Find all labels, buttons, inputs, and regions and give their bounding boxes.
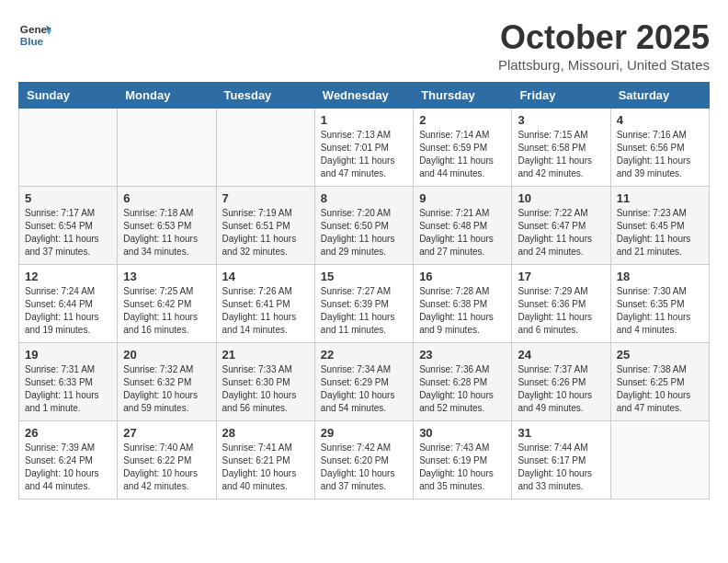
- calendar-cell: 3Sunrise: 7:15 AM Sunset: 6:58 PM Daylig…: [512, 109, 610, 187]
- calendar-header-row: SundayMondayTuesdayWednesdayThursdayFrid…: [19, 83, 710, 109]
- day-number: 1: [321, 113, 407, 127]
- calendar-cell: 22Sunrise: 7:34 AM Sunset: 6:29 PM Dayli…: [314, 343, 413, 421]
- day-number: 28: [222, 426, 309, 440]
- calendar-cell: 12Sunrise: 7:24 AM Sunset: 6:44 PM Dayli…: [19, 265, 118, 343]
- day-info: Sunrise: 7:26 AM Sunset: 6:41 PM Dayligh…: [222, 285, 309, 337]
- calendar-cell: 19Sunrise: 7:31 AM Sunset: 6:33 PM Dayli…: [19, 343, 118, 421]
- calendar-cell: 7Sunrise: 7:19 AM Sunset: 6:51 PM Daylig…: [216, 187, 314, 265]
- day-number: 31: [518, 426, 604, 440]
- calendar-cell: 18Sunrise: 7:30 AM Sunset: 6:35 PM Dayli…: [610, 265, 709, 343]
- calendar-cell: 16Sunrise: 7:28 AM Sunset: 6:38 PM Dayli…: [414, 265, 512, 343]
- day-info: Sunrise: 7:27 AM Sunset: 6:39 PM Dayligh…: [321, 285, 407, 337]
- calendar-cell: 4Sunrise: 7:16 AM Sunset: 6:56 PM Daylig…: [610, 109, 709, 187]
- day-info: Sunrise: 7:25 AM Sunset: 6:42 PM Dayligh…: [123, 285, 210, 337]
- calendar-cell: 21Sunrise: 7:33 AM Sunset: 6:30 PM Dayli…: [216, 343, 314, 421]
- day-number: 20: [123, 348, 210, 362]
- day-number: 19: [25, 348, 111, 362]
- day-info: Sunrise: 7:33 AM Sunset: 6:30 PM Dayligh…: [222, 363, 309, 415]
- day-info: Sunrise: 7:31 AM Sunset: 6:33 PM Dayligh…: [25, 363, 111, 415]
- calendar-week-row: 12Sunrise: 7:24 AM Sunset: 6:44 PM Dayli…: [19, 265, 710, 343]
- day-number: 23: [419, 348, 506, 362]
- day-number: 12: [25, 270, 111, 283]
- logo: General Blue: [18, 18, 51, 52]
- calendar-cell: 8Sunrise: 7:20 AM Sunset: 6:50 PM Daylig…: [314, 187, 413, 265]
- day-info: Sunrise: 7:43 AM Sunset: 6:19 PM Dayligh…: [419, 442, 506, 493]
- day-info: Sunrise: 7:42 AM Sunset: 6:20 PM Dayligh…: [321, 442, 407, 493]
- day-info: Sunrise: 7:15 AM Sunset: 6:58 PM Dayligh…: [518, 129, 604, 180]
- location: Plattsburg, Missouri, United States: [498, 57, 710, 73]
- day-number: 25: [617, 348, 703, 362]
- calendar-cell: [216, 109, 314, 187]
- day-number: 17: [518, 270, 604, 283]
- day-number: 30: [419, 426, 506, 440]
- calendar-cell: [610, 421, 709, 500]
- day-number: 11: [617, 191, 703, 205]
- calendar-cell: 2Sunrise: 7:14 AM Sunset: 6:59 PM Daylig…: [414, 109, 512, 187]
- calendar-cell: 28Sunrise: 7:41 AM Sunset: 6:21 PM Dayli…: [216, 421, 314, 500]
- day-info: Sunrise: 7:22 AM Sunset: 6:47 PM Dayligh…: [518, 207, 604, 259]
- day-number: 9: [419, 191, 506, 205]
- calendar-cell: 5Sunrise: 7:17 AM Sunset: 6:54 PM Daylig…: [19, 187, 118, 265]
- calendar-cell: 17Sunrise: 7:29 AM Sunset: 6:36 PM Dayli…: [512, 265, 610, 343]
- day-number: 5: [25, 191, 111, 205]
- day-number: 4: [617, 113, 703, 127]
- day-info: Sunrise: 7:18 AM Sunset: 6:53 PM Dayligh…: [123, 207, 210, 259]
- day-of-week-header: Wednesday: [314, 83, 413, 109]
- day-number: 6: [123, 191, 210, 205]
- day-of-week-header: Sunday: [19, 83, 118, 109]
- day-number: 15: [321, 270, 407, 283]
- svg-text:Blue: Blue: [20, 35, 44, 47]
- logo-icon: General Blue: [18, 18, 51, 52]
- calendar-cell: 27Sunrise: 7:40 AM Sunset: 6:22 PM Dayli…: [118, 421, 216, 500]
- day-of-week-header: Saturday: [610, 83, 709, 109]
- day-info: Sunrise: 7:32 AM Sunset: 6:32 PM Dayligh…: [123, 363, 210, 415]
- calendar-cell: 20Sunrise: 7:32 AM Sunset: 6:32 PM Dayli…: [118, 343, 216, 421]
- day-info: Sunrise: 7:29 AM Sunset: 6:36 PM Dayligh…: [518, 285, 604, 337]
- day-info: Sunrise: 7:28 AM Sunset: 6:38 PM Dayligh…: [419, 285, 506, 337]
- day-of-week-header: Monday: [118, 83, 216, 109]
- calendar-cell: 14Sunrise: 7:26 AM Sunset: 6:41 PM Dayli…: [216, 265, 314, 343]
- calendar-cell: 26Sunrise: 7:39 AM Sunset: 6:24 PM Dayli…: [19, 421, 118, 500]
- calendar-cell: 11Sunrise: 7:23 AM Sunset: 6:45 PM Dayli…: [610, 187, 709, 265]
- day-info: Sunrise: 7:23 AM Sunset: 6:45 PM Dayligh…: [617, 207, 703, 259]
- day-number: 16: [419, 270, 506, 283]
- day-number: 3: [518, 113, 604, 127]
- day-of-week-header: Thursday: [414, 83, 512, 109]
- calendar-week-row: 1Sunrise: 7:13 AM Sunset: 7:01 PM Daylig…: [19, 109, 710, 187]
- day-number: 24: [518, 348, 604, 362]
- day-number: 22: [321, 348, 407, 362]
- day-info: Sunrise: 7:40 AM Sunset: 6:22 PM Dayligh…: [123, 442, 210, 493]
- calendar-cell: 24Sunrise: 7:37 AM Sunset: 6:26 PM Dayli…: [512, 343, 610, 421]
- page-header: General Blue October 2025 Plattsburg, Mi…: [18, 18, 710, 73]
- calendar-table: SundayMondayTuesdayWednesdayThursdayFrid…: [18, 82, 710, 500]
- calendar-cell: 9Sunrise: 7:21 AM Sunset: 6:48 PM Daylig…: [414, 187, 512, 265]
- calendar-cell: 29Sunrise: 7:42 AM Sunset: 6:20 PM Dayli…: [314, 421, 413, 500]
- day-info: Sunrise: 7:30 AM Sunset: 6:35 PM Dayligh…: [617, 285, 703, 337]
- day-number: 10: [518, 191, 604, 205]
- calendar-cell: 15Sunrise: 7:27 AM Sunset: 6:39 PM Dayli…: [314, 265, 413, 343]
- calendar-cell: 25Sunrise: 7:38 AM Sunset: 6:25 PM Dayli…: [610, 343, 709, 421]
- day-number: 14: [222, 270, 309, 283]
- day-info: Sunrise: 7:16 AM Sunset: 6:56 PM Dayligh…: [617, 129, 703, 180]
- calendar-cell: 10Sunrise: 7:22 AM Sunset: 6:47 PM Dayli…: [512, 187, 610, 265]
- day-number: 21: [222, 348, 309, 362]
- day-info: Sunrise: 7:37 AM Sunset: 6:26 PM Dayligh…: [518, 363, 604, 415]
- day-info: Sunrise: 7:20 AM Sunset: 6:50 PM Dayligh…: [321, 207, 407, 259]
- day-number: 27: [123, 426, 210, 440]
- day-of-week-header: Friday: [512, 83, 610, 109]
- calendar-week-row: 19Sunrise: 7:31 AM Sunset: 6:33 PM Dayli…: [19, 343, 710, 421]
- calendar-cell: 31Sunrise: 7:44 AM Sunset: 6:17 PM Dayli…: [512, 421, 610, 500]
- day-number: 29: [321, 426, 407, 440]
- day-number: 7: [222, 191, 309, 205]
- calendar-week-row: 26Sunrise: 7:39 AM Sunset: 6:24 PM Dayli…: [19, 421, 710, 500]
- day-info: Sunrise: 7:41 AM Sunset: 6:21 PM Dayligh…: [222, 442, 309, 493]
- month-title: October 2025: [498, 18, 710, 57]
- day-info: Sunrise: 7:39 AM Sunset: 6:24 PM Dayligh…: [25, 442, 111, 493]
- day-number: 2: [419, 113, 506, 127]
- day-number: 8: [321, 191, 407, 205]
- day-info: Sunrise: 7:36 AM Sunset: 6:28 PM Dayligh…: [419, 363, 506, 415]
- day-info: Sunrise: 7:44 AM Sunset: 6:17 PM Dayligh…: [518, 442, 604, 493]
- calendar-cell: [19, 109, 118, 187]
- calendar-cell: 30Sunrise: 7:43 AM Sunset: 6:19 PM Dayli…: [414, 421, 512, 500]
- day-info: Sunrise: 7:34 AM Sunset: 6:29 PM Dayligh…: [321, 363, 407, 415]
